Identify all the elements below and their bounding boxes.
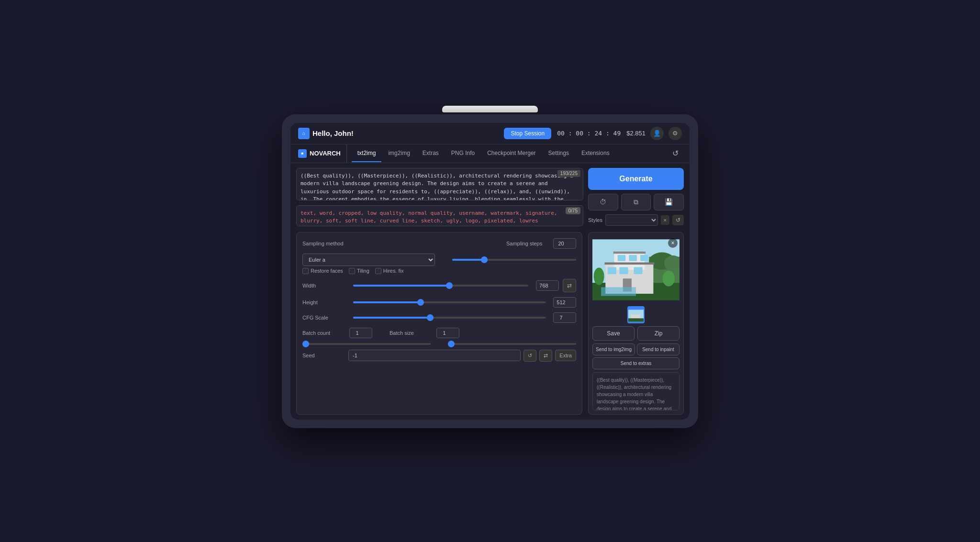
home-icon: ⌂ (298, 128, 310, 139)
batch-size-slider[interactable] (448, 343, 576, 345)
sampling-method-select[interactable]: Euler a (302, 254, 435, 266)
copy-icon-button[interactable]: ⧉ (621, 194, 651, 210)
tiling-checkbox[interactable]: Tiling (349, 268, 369, 274)
cfg-scale-slider[interactable] (353, 317, 546, 319)
svg-rect-10 (608, 267, 616, 274)
action-icons-row: ⏱ ⧉ 💾 (588, 194, 684, 210)
prompts-area: 193/225 0/75 (296, 168, 583, 228)
save-button[interactable]: Save (592, 326, 635, 341)
width-row: Width ⇄ (302, 279, 576, 292)
batch-count-input[interactable] (349, 328, 372, 338)
generated-image-svg (592, 236, 679, 303)
seed-label: Seed (302, 353, 345, 358)
width-input[interactable] (536, 280, 559, 291)
clock-icon-button[interactable]: ⏱ (588, 194, 618, 210)
positive-prompt-input[interactable] (296, 168, 583, 200)
nav-item-img2img[interactable]: img2img (382, 145, 415, 162)
send-to-inpaint-button[interactable]: Send to inpaint (637, 343, 679, 355)
top-row: 193/225 0/75 Generate ⏱ ⧉ 💾 Sty (296, 168, 684, 228)
batch-count-slider[interactable] (302, 343, 431, 345)
hires-fix-checkbox[interactable]: Hires. fix (375, 268, 404, 274)
width-label: Width (302, 283, 345, 288)
styles-row: Styles × ↺ (588, 214, 684, 226)
sampling-steps-input[interactable] (553, 238, 576, 249)
svg-rect-15 (613, 251, 646, 254)
generate-button[interactable]: Generate (588, 168, 684, 190)
nav-logo: ■ NOVARCH (298, 144, 347, 163)
cfg-scale-row: CFG Scale (302, 312, 576, 323)
zip-button[interactable]: Zip (637, 326, 679, 341)
svg-rect-11 (619, 267, 628, 274)
positive-char-count: 193/225 (557, 170, 580, 177)
negative-prompt-container: 0/75 (296, 205, 583, 228)
cfg-scale-label: CFG Scale (302, 315, 345, 321)
styles-refresh-button[interactable]: ↺ (672, 215, 684, 225)
content-area: 193/225 0/75 Generate ⏱ ⧉ 💾 Sty (290, 163, 690, 420)
seed-input[interactable] (348, 350, 521, 361)
nav-item-extensions[interactable]: Extensions (576, 145, 615, 162)
sampling-row: Sampling method Sampling steps (302, 238, 576, 249)
width-slider[interactable] (353, 285, 528, 287)
swap-dimensions-button[interactable]: ⇄ (563, 279, 576, 292)
nav-logo-icon: ■ (298, 149, 307, 158)
batch-size-input[interactable] (436, 328, 459, 338)
negative-char-count: 0/75 (566, 207, 580, 214)
logo-area: ⌂ Hello, John! (298, 128, 354, 139)
sampling-steps-label: Sampling steps (506, 241, 549, 246)
send-to-img2img-button[interactable]: Send to img2img (592, 343, 635, 355)
height-label: Height (302, 299, 345, 305)
save-icon-button[interactable]: 💾 (654, 194, 684, 210)
seed-row: Seed ↺ ⇄ Extra (302, 350, 576, 362)
thumbnail-strip (592, 306, 679, 323)
close-image-button[interactable]: × (668, 238, 678, 248)
nav-item-extras[interactable]: Extras (417, 145, 445, 162)
session-timer: 00 : 00 : 24 : 49 (557, 130, 621, 137)
svg-rect-12 (634, 267, 642, 274)
restore-faces-checkbox[interactable]: Restore faces (302, 268, 343, 274)
positive-prompt-container: 193/225 (296, 168, 583, 202)
right-panel: Generate ⏱ ⧉ 💾 Styles × ↺ (588, 168, 684, 228)
generated-image-container: × (592, 236, 679, 303)
hires-fix-label: Hires. fix (383, 268, 404, 274)
user-icon-button[interactable]: 👤 (650, 127, 664, 140)
negative-prompt-input[interactable] (296, 205, 583, 226)
svg-rect-9 (640, 255, 648, 261)
thumbnail-item[interactable] (627, 306, 645, 323)
batch-size-label: Batch size (390, 330, 433, 336)
greeting-text: Hello, John! (312, 129, 354, 137)
styles-clear-button[interactable]: × (661, 215, 669, 225)
nav-item-checkpoint-merger[interactable]: Checkpoint Merger (481, 145, 541, 162)
styles-select[interactable] (605, 214, 658, 226)
stop-session-button[interactable]: Stop Session (504, 128, 551, 139)
nav-item-txt2img[interactable]: txt2img (352, 145, 382, 162)
height-input[interactable] (553, 297, 576, 308)
nav-item-settings[interactable]: Settings (543, 145, 575, 162)
params-image-row: Sampling method Sampling steps Euler a (296, 232, 684, 415)
seed-recycle-button[interactable]: ↺ (523, 350, 536, 362)
svg-rect-7 (618, 255, 625, 261)
nav-logo-text: NOVARCH (310, 150, 341, 157)
params-section: Sampling method Sampling steps Euler a (296, 232, 582, 415)
batch-count-label: Batch count (302, 330, 345, 336)
sampling-method-select-row: Euler a (302, 254, 576, 266)
batch-row: Batch count Batch size (302, 328, 576, 338)
seed-random-button[interactable]: ⇄ (539, 350, 552, 362)
nav-refresh-button[interactable]: ↺ (668, 147, 682, 160)
checkbox-row: Restore faces Tiling Hires. fix (302, 268, 576, 274)
svg-point-17 (594, 267, 604, 285)
height-slider[interactable] (353, 301, 546, 303)
svg-point-18 (663, 270, 675, 286)
batch-sliders-row (302, 343, 576, 345)
svg-rect-16 (604, 262, 654, 265)
extra-seed-button[interactable]: Extra (555, 350, 576, 361)
height-row: Height (302, 297, 576, 308)
send-to-extras-button[interactable]: Send to extras (592, 357, 679, 369)
top-bar-right: $2.851 👤 ⚙ (626, 127, 682, 140)
sampling-steps-slider[interactable] (452, 259, 576, 261)
settings-icon-button[interactable]: ⚙ (668, 127, 682, 140)
restore-faces-label: Restore faces (311, 268, 343, 274)
nav-bar: ■ NOVARCH txt2img img2img Extras PNG Inf… (290, 144, 690, 163)
nav-item-png-info[interactable]: PNG Info (445, 145, 480, 162)
cfg-scale-input[interactable] (553, 312, 576, 323)
image-section: × Save (588, 232, 684, 415)
